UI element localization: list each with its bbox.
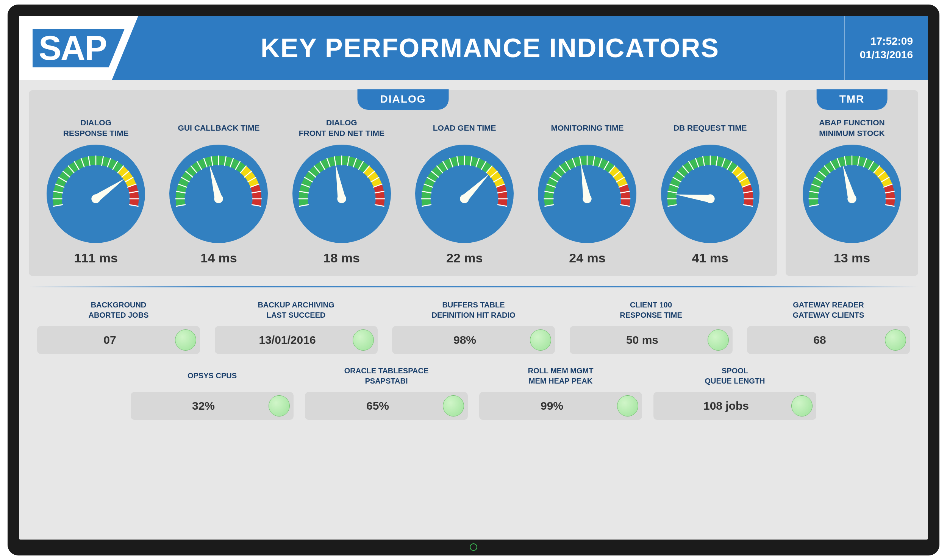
- stat-title: ROLL MEM MGMTMEM HEAP PEAK: [528, 365, 594, 387]
- gauge-card: LOAD GEN TIME 22 ms: [407, 117, 522, 265]
- stat-title: OPSYS CPUS: [188, 365, 237, 387]
- stat-title: BACKUP ARCHIVINGLAST SUCCEED: [258, 299, 334, 321]
- gauge-card: DIALOGFRONT END NET TIME 18 ms: [284, 117, 399, 265]
- stat-title: SPOOLQUEUE LENGTH: [705, 365, 765, 387]
- gauge-face-icon: [661, 145, 759, 243]
- gauge-card: DB REQUEST TIME 41 ms: [653, 117, 767, 265]
- header-time: 17:52:09: [870, 35, 913, 47]
- status-led-icon: [708, 329, 729, 351]
- svg-marker-113: [581, 164, 591, 200]
- svg-point-91: [460, 194, 469, 203]
- gauge-value: 111 ms: [74, 251, 118, 265]
- stat-pill: 68: [747, 326, 910, 354]
- status-led-icon: [443, 395, 464, 416]
- status-led-icon: [353, 329, 374, 351]
- stat-value: 99%: [487, 399, 617, 412]
- svg-point-45: [214, 194, 223, 203]
- svg-point-160: [847, 194, 856, 203]
- stat-pill: 98%: [392, 326, 555, 354]
- stat-value: 32%: [138, 399, 269, 412]
- status-led-icon: [530, 329, 551, 351]
- gauge-value: 14 ms: [200, 251, 237, 265]
- svg-marker-67: [336, 164, 345, 200]
- svg-marker-136: [675, 194, 711, 203]
- stat-card: BACKUP ARCHIVINGLAST SUCCEED 13/01/2016: [215, 299, 378, 354]
- stat-title: BACKGROUNDABORTED JOBS: [89, 299, 149, 321]
- status-led-icon: [175, 329, 196, 351]
- stat-value: 13/01/2016: [222, 334, 353, 346]
- stat-card: GATEWAY READERGATEWAY CLIENTS 68: [747, 299, 910, 354]
- svg-marker-159: [843, 164, 856, 200]
- gauge-title: LOAD GEN TIME: [433, 117, 496, 139]
- gauge-value: 22 ms: [446, 251, 483, 265]
- svg-marker-44: [209, 164, 222, 200]
- status-led-icon: [791, 395, 813, 416]
- header-datetime: 17:52:09 01/13/2016: [844, 16, 928, 80]
- logo-container: SAP: [19, 16, 138, 80]
- status-led-icon: [269, 395, 290, 416]
- stat-pill: 13/01/2016: [215, 326, 378, 354]
- stat-card: OPSYS CPUS 32%: [131, 365, 294, 420]
- svg-point-22: [91, 194, 100, 203]
- gauge-title: ABAP FUNCTIONMINIMUM STOCK: [819, 117, 884, 139]
- gauge-panels-row: DIALOG DIALOGRESPONSE TIME 111 ms GUI CA…: [29, 90, 918, 276]
- stat-pill: 108 jobs: [653, 392, 816, 420]
- header-date: 01/13/2016: [860, 49, 913, 61]
- section-divider: [29, 286, 918, 287]
- status-led-icon: [885, 329, 906, 351]
- stat-value: 68: [755, 334, 885, 346]
- stat-value: 65%: [313, 399, 443, 412]
- stat-pill: 07: [37, 326, 200, 354]
- gauge-face-icon: [415, 145, 514, 243]
- gauge-face-icon: [47, 145, 145, 243]
- gauge-title: GUI CALLBACK TIME: [178, 117, 260, 139]
- panel-tmr: TMR ABAP FUNCTIONMINIMUM STOCK 13 ms: [786, 90, 918, 276]
- svg-point-114: [583, 194, 592, 203]
- gauge-value: 13 ms: [834, 251, 870, 265]
- monitor-frame: SAP KEY PERFORMANCE INDICATORS 17:52:09 …: [8, 5, 939, 555]
- stat-title: BUFFERS TABLEDEFINITION HIT RADIO: [431, 299, 515, 321]
- stat-pill: 65%: [305, 392, 468, 420]
- gauge-title: DIALOGFRONT END NET TIME: [299, 117, 384, 139]
- gauge-face-icon: [169, 145, 268, 243]
- stat-value: 108 jobs: [661, 399, 791, 412]
- stat-pill: 50 ms: [570, 326, 733, 354]
- gauge-value: 41 ms: [692, 251, 728, 265]
- panel-tab-tmr: TMR: [817, 89, 888, 110]
- dashboard-body: DIALOG DIALOGRESPONSE TIME 111 ms GUI CA…: [19, 80, 928, 540]
- gauge-value: 24 ms: [569, 251, 605, 265]
- power-led-icon: [470, 543, 477, 551]
- gauge-title: DIALOGRESPONSE TIME: [63, 117, 129, 139]
- panel-dialog: DIALOG DIALOGRESPONSE TIME 111 ms GUI CA…: [29, 90, 777, 276]
- stat-title: ORACLE TABLESPACEPSAPSTABI: [344, 365, 429, 387]
- stat-value: 50 ms: [577, 334, 708, 346]
- stat-card: BUFFERS TABLEDEFINITION HIT RADIO 98%: [392, 299, 555, 354]
- stat-card: SPOOLQUEUE LENGTH 108 jobs: [653, 365, 816, 420]
- gauge-card: GUI CALLBACK TIME 14 ms: [161, 117, 276, 265]
- sap-logo: SAP: [33, 29, 125, 67]
- panel-tab-dialog: DIALOG: [358, 89, 449, 110]
- stat-value: 07: [45, 334, 175, 346]
- stat-pill: 99%: [479, 392, 642, 420]
- stat-value: 98%: [400, 334, 530, 346]
- svg-point-68: [337, 194, 346, 203]
- page-title: KEY PERFORMANCE INDICATORS: [136, 16, 844, 80]
- gauge-value: 18 ms: [323, 251, 360, 265]
- gauge-card: MONITORING TIME 24 ms: [530, 117, 644, 265]
- gauge-face-icon: [292, 145, 391, 243]
- stat-card: ORACLE TABLESPACEPSAPSTABI 65%: [305, 365, 468, 420]
- gauge-card: DIALOGRESPONSE TIME 111 ms: [39, 117, 153, 265]
- stat-card: BACKGROUNDABORTED JOBS 07: [37, 299, 200, 354]
- stat-card: ROLL MEM MGMTMEM HEAP PEAK 99%: [479, 365, 642, 420]
- header-bar: SAP KEY PERFORMANCE INDICATORS 17:52:09 …: [19, 16, 928, 80]
- gauge-face-icon: [538, 145, 636, 243]
- screen: SAP KEY PERFORMANCE INDICATORS 17:52:09 …: [19, 16, 928, 540]
- gauge-face-icon: [803, 145, 901, 243]
- stat-title: CLIENT 100RESPONSE TIME: [620, 299, 682, 321]
- stat-title: GATEWAY READERGATEWAY CLIENTS: [793, 299, 864, 321]
- stats-row-1: BACKGROUNDABORTED JOBS 07 BACKUP ARCHIVI…: [31, 299, 916, 354]
- gauge-title: DB REQUEST TIME: [674, 117, 747, 139]
- stat-card: CLIENT 100RESPONSE TIME 50 ms: [570, 299, 733, 354]
- status-led-icon: [617, 395, 638, 416]
- svg-point-137: [706, 194, 714, 203]
